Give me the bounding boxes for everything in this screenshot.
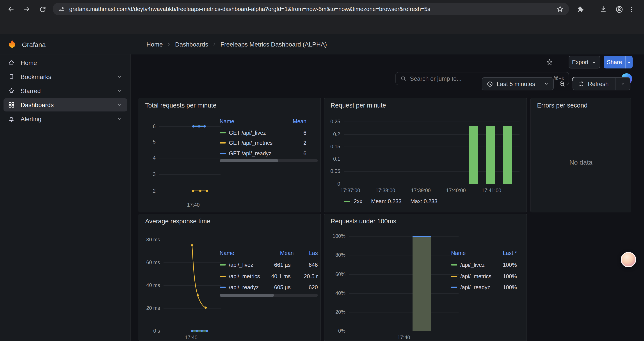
- chevron-down-icon[interactable]: [116, 102, 123, 108]
- chevron-right-icon: [166, 42, 172, 47]
- floating-assistant-avatar[interactable]: [621, 252, 636, 267]
- series-color-chip: [220, 132, 226, 133]
- y-tick: 6: [144, 123, 156, 130]
- menu-icon[interactable]: [626, 4, 637, 15]
- breadcrumb-home[interactable]: Home: [146, 41, 163, 48]
- legend-header: Name Last *: [451, 250, 517, 256]
- y-tick: 0%: [328, 327, 346, 334]
- series-name[interactable]: /api/_metrics: [229, 273, 262, 279]
- sidebar-item-bookmarks[interactable]: Bookmarks: [4, 70, 127, 83]
- extensions-icon[interactable]: [574, 4, 586, 15]
- panel-title[interactable]: Average response time: [145, 218, 210, 225]
- series-name[interactable]: /api/_livez: [460, 262, 492, 268]
- y-tick: 0: [327, 180, 340, 187]
- search-icon: [400, 76, 406, 82]
- legend-header-name[interactable]: Name: [451, 250, 495, 256]
- profile-icon[interactable]: [613, 4, 625, 15]
- time-range-label: Last 5 minutes: [497, 81, 535, 87]
- y-tick: 0.1: [327, 155, 340, 162]
- series-name[interactable]: GET /api/_readyz: [229, 150, 271, 156]
- back-icon[interactable]: [5, 4, 17, 15]
- y-tick: 60%: [328, 271, 346, 278]
- y-tick: 2: [144, 187, 156, 194]
- legend-header-name[interactable]: Name: [220, 119, 234, 125]
- y-tick: 0.15: [327, 143, 340, 150]
- grafana-logo[interactable]: [7, 39, 18, 50]
- legend-header-last[interactable]: Last *: [495, 250, 517, 256]
- x-tick: 17:40:00: [444, 187, 468, 194]
- zoom-out-icon[interactable]: [555, 77, 569, 90]
- url-bar[interactable]: grafana.mathmast.com/d/deytv4rwavabkb/fr…: [52, 3, 569, 15]
- sidebar-item-label: Bookmarks: [20, 73, 51, 80]
- reload-icon[interactable]: [37, 4, 48, 15]
- sidebar-item-starred[interactable]: Starred: [4, 84, 127, 97]
- legend-header-mean[interactable]: Mean: [293, 119, 306, 125]
- legend-scrollbar: [220, 294, 318, 297]
- series-name[interactable]: /api/_readyz: [460, 284, 492, 290]
- panel-title[interactable]: Total requests per minute: [145, 102, 216, 109]
- chevron-down-icon[interactable]: [116, 88, 123, 94]
- series-last: 20.5 r: [294, 273, 318, 279]
- series-mean: 661 µs: [265, 262, 291, 268]
- favorite-star-icon[interactable]: [544, 56, 555, 68]
- breadcrumb-dashboards[interactable]: Dashboards: [175, 41, 208, 48]
- brand-text: Grafana: [22, 34, 46, 55]
- gridline: [349, 274, 458, 275]
- y-tick: 40%: [328, 290, 346, 297]
- panel-title[interactable]: Request per minute: [330, 102, 386, 109]
- downloads-icon[interactable]: [598, 4, 609, 15]
- sidebar: Home Bookmarks Starred Dashboards Alerti…: [0, 55, 131, 341]
- legend-scrollbar-thumb[interactable]: [220, 294, 274, 297]
- series-name[interactable]: /api/_livez: [229, 262, 262, 268]
- legend-header-last[interactable]: Las: [294, 250, 318, 256]
- chevron-down-icon[interactable]: [116, 116, 123, 122]
- panel-title[interactable]: Requests under 100ms: [330, 218, 396, 225]
- series-name[interactable]: /api/_metrics: [460, 273, 492, 279]
- sidebar-item-dashboards[interactable]: Dashboards: [4, 98, 127, 112]
- panel-total-requests: Total requests per minute 6 5 4 3 2 17:4…: [138, 98, 321, 212]
- share-label[interactable]: Share: [604, 56, 625, 69]
- share-button[interactable]: Share: [604, 56, 632, 69]
- y-tick: 0 s: [142, 327, 160, 334]
- site-settings-icon[interactable]: [58, 6, 65, 13]
- legend-scrollbar-thumb[interactable]: [220, 159, 278, 162]
- breadcrumb: Home Dashboards Freeleaps Metrics Dashbo…: [146, 34, 327, 55]
- line-chart: [156, 121, 222, 198]
- clock-icon: [486, 81, 493, 87]
- legend-row: /api/_readyz 100%: [451, 283, 517, 291]
- x-tick: 17:37:00: [338, 187, 362, 194]
- series-name[interactable]: /api/_readyz: [229, 284, 262, 290]
- gridline: [349, 312, 458, 312]
- y-tick: 5: [144, 138, 156, 145]
- grafana-topnav: Grafana Home Dashboards Freeleaps Metric…: [0, 34, 644, 55]
- share-chevron-icon[interactable]: [625, 56, 632, 69]
- refresh-interval-chevron[interactable]: [616, 78, 630, 90]
- series-mean: 605 µs: [265, 284, 291, 290]
- x-tick: 17:40: [179, 334, 204, 340]
- sidebar-item-label: Dashboards: [20, 101, 54, 108]
- sidebar-item-home[interactable]: Home: [4, 56, 127, 69]
- legend-header: Name Mean: [220, 119, 318, 125]
- time-range-picker[interactable]: Last 5 minutes: [482, 77, 554, 90]
- chevron-down-icon[interactable]: [116, 74, 123, 80]
- sidebar-item-label: Home: [20, 59, 37, 66]
- x-tick: 17:40: [392, 334, 416, 340]
- refresh-button[interactable]: Refresh: [573, 81, 616, 87]
- legend-scrollbar: [220, 159, 318, 162]
- y-tick: 4: [144, 154, 156, 162]
- gridline: [349, 236, 458, 237]
- gridline: [349, 293, 458, 294]
- series-name[interactable]: 2xx: [354, 198, 362, 204]
- forward-icon[interactable]: [21, 4, 32, 15]
- legend-header-name[interactable]: Name: [220, 250, 268, 256]
- series-name[interactable]: GET /api/_livez: [229, 130, 266, 136]
- legend-row: GET /api/_readyz 6: [220, 150, 318, 157]
- export-button[interactable]: Export: [568, 56, 600, 69]
- series-name[interactable]: GET /api/_metrics: [229, 140, 273, 146]
- legend-header-mean[interactable]: Mean: [268, 250, 294, 256]
- sidebar-item-alerting[interactable]: Alerting: [4, 112, 127, 126]
- bookmark-star-icon[interactable]: [556, 5, 564, 13]
- y-tick: 20%: [328, 308, 346, 315]
- panel-title[interactable]: Errors per second: [537, 102, 588, 109]
- gridline: [344, 122, 520, 122]
